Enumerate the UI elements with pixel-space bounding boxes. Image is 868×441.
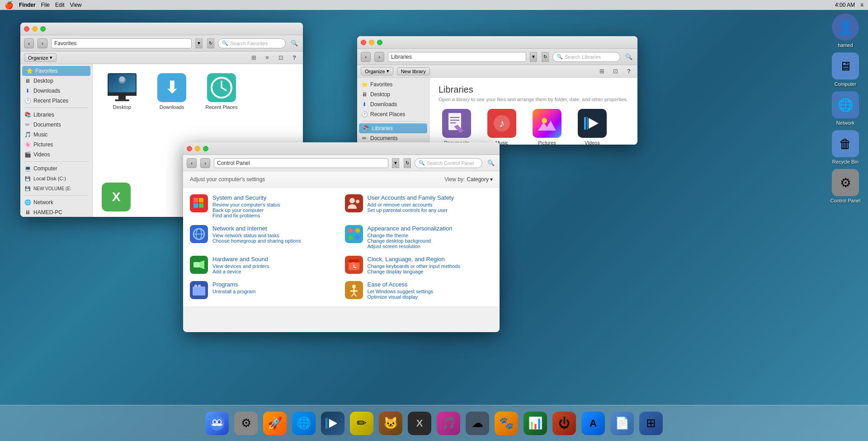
libraries-organize-btn[interactable]: Organize ▾ [361,67,393,75]
lib-icon-music[interactable]: ♪ Music [484,109,520,145]
cp-link-bg[interactable]: Change desktop background [368,238,493,244]
file-icon-recent[interactable]: Recent Places [201,73,242,110]
cp-title-user-accounts[interactable]: User Accounts and Family Safety [368,194,493,201]
cp-link-resolution[interactable]: Adjust screen resolution [368,244,493,249]
dock-item-launchpad[interactable]: 🚀 [262,410,288,436]
cp-item-appearance[interactable]: Appearance and Personalization Change th… [345,225,493,249]
favorites-forward-btn[interactable]: › [38,38,47,48]
sidebar-item-local-disk[interactable]: 💾 Local Disk (C:) [20,174,92,183]
lib-sidebar-desktop[interactable]: 🖥 Desktop [357,89,429,99]
libraries-view-icon2[interactable]: ⊡ [610,66,620,76]
desktop-icon-recycle-bin[interactable]: 🗑 Recycle Bin [827,130,863,164]
dock-item-app9[interactable]: 🐾 [493,410,519,436]
dock-item-cloud[interactable]: ☁ [464,410,491,436]
cp-path-refresh[interactable]: ↻ [404,158,411,168]
libraries-forward-btn[interactable]: › [374,52,384,62]
lib-icon-videos[interactable]: Videos [574,109,610,145]
favorites-organize-btn[interactable]: Organize ▾ [24,53,57,62]
lib-sidebar-favorites[interactable]: ⭐ Favorites [357,80,429,89]
desktop-icon-computer[interactable]: 🖥 Computer [827,52,863,87]
sidebar-item-new-volume[interactable]: 💾 NEW VOLUME (E: [20,183,92,193]
lib-icon-documents[interactable]: Documents [439,109,475,145]
xl-icon[interactable]: X [102,183,131,211]
menu-item-edit[interactable]: Edit [55,2,65,8]
dock-item-notes[interactable]: ✏ [349,410,375,436]
favorites-view-icon3[interactable]: ⊡ [276,53,286,63]
cp-minimize-btn[interactable] [195,146,200,151]
cp-search-bar[interactable]: 🔍 Search Control Panel [415,158,482,168]
favorites-view-icon2[interactable]: ≡ [262,53,272,63]
dock-item-finder[interactable] [204,410,230,436]
sidebar-item-desktop[interactable]: 🖥 Desktop [20,76,92,86]
dock-item-xld[interactable]: X [406,410,433,436]
dock-item-itunes[interactable]: 🎵 [435,410,462,436]
libraries-close-btn[interactable] [361,40,366,45]
cp-link-fix[interactable]: Back up your computer [212,207,338,213]
cp-link-network-status[interactable]: View network status and tasks [212,233,338,238]
cp-item-ease-of-access[interactable]: Ease of Access Let Windows suggest setti… [345,281,493,300]
cp-title-system-security[interactable]: System and Security [212,194,338,201]
apple-menu-icon[interactable]: 🍎 [5,1,14,9]
cp-item-network-internet[interactable]: Network and Internet View network status… [190,225,338,249]
dock-item-app10[interactable]: 📊 [522,410,548,436]
lib-sidebar-libraries[interactable]: 📚 Libraries [359,123,427,133]
dock-item-scratch[interactable]: 🐱 [377,410,404,436]
sidebar-item-videos[interactable]: 🎬 Videos [20,150,92,160]
libraries-search-submit[interactable]: 🔍 [624,52,634,62]
menu-item-view[interactable]: View [70,2,82,8]
favorites-back-btn[interactable]: ‹ [24,38,34,48]
libraries-maximize-btn[interactable] [377,40,382,45]
sidebar-item-pictures[interactable]: 🌸 Pictures [20,140,92,150]
desktop-icon-network[interactable]: 🌐 Network [827,91,863,126]
cp-item-user-accounts[interactable]: User Accounts and Family Safety Add or r… [345,194,493,218]
libraries-new-library-btn[interactable]: New library [397,67,430,75]
cp-maximize-btn[interactable] [203,146,208,151]
cp-link-windows-suggest[interactable]: Let Windows suggest settings [368,289,493,294]
lib-sidebar-documents[interactable]: ✏ Documents [357,133,429,143]
favorites-help-btn[interactable]: ? [289,53,299,63]
cp-path-dropdown[interactable]: ▼ [392,158,399,168]
cp-link-parental[interactable]: Set up parental controls for any user [368,207,493,213]
finder-menu[interactable]: Finder [19,2,36,8]
sidebar-item-documents[interactable]: ✏ Documents [20,120,92,130]
sidebar-item-network[interactable]: 🌐 Network [20,197,92,207]
lib-sidebar-downloads[interactable]: ⬇ Downloads [357,99,429,109]
cp-category-btn[interactable]: Category ▾ [467,176,493,183]
cp-back-btn[interactable]: ‹ [187,158,197,168]
cp-title-appearance[interactable]: Appearance and Personalization [368,225,493,232]
cp-title-hardware-sound[interactable]: Hardware and Sound [212,256,338,263]
sidebar-item-favorites[interactable]: ⭐ Favorites [22,66,90,76]
cp-link-fix2[interactable]: Find and fix problems [212,213,338,218]
favorites-close-btn[interactable] [24,26,29,32]
cp-link-theme[interactable]: Change the theme [368,233,493,238]
dock-item-system-prefs[interactable]: ⚙ [233,410,259,436]
cp-link-add-user[interactable]: Add or remove user accounts [368,202,493,207]
cp-link-visual[interactable]: Optimize visual display [368,294,493,300]
favorites-minimize-btn[interactable] [32,26,38,32]
libraries-search-bar[interactable]: 🔍 Search Libraries [552,52,620,62]
cp-item-hardware-sound[interactable]: Hardware and Sound View devices and prin… [190,256,338,274]
cp-link-add-device[interactable]: Add a device [212,269,338,274]
cp-link-uninstall[interactable]: Uninstall a program [212,289,338,294]
cp-close-btn[interactable] [187,146,192,151]
sidebar-item-libraries[interactable]: 📚 Libraries [20,110,92,120]
favorites-path-refresh[interactable]: ↻ [207,38,214,48]
favorites-view-icon1[interactable]: ⊞ [249,53,259,63]
cp-search-submit[interactable]: 🔍 [486,158,496,168]
sidebar-item-hamed-pc[interactable]: 🖥 HAMED-PC [20,207,92,217]
cp-item-clock-language[interactable]: 17 Clock, Language, and Region Change ke… [345,256,493,274]
cp-title-clock-language[interactable]: Clock, Language, and Region [368,256,493,263]
desktop-icon-hamed[interactable]: 👤 hamed [827,14,863,48]
cp-forward-btn[interactable]: › [200,158,210,168]
cp-title-programs[interactable]: Programs [212,281,338,288]
cp-item-system-security[interactable]: System and Security Review your computer… [190,194,338,218]
dock-item-imovie[interactable] [320,410,346,436]
dock-item-app11[interactable]: ⏻ [551,410,577,436]
lib-icon-pictures[interactable]: Pictures [529,109,565,145]
cp-item-programs[interactable]: Programs Uninstall a program [190,281,338,300]
cp-link-devices[interactable]: View devices and printers [212,263,338,269]
cp-link-homegroup[interactable]: Choose homegroup and sharing options [212,238,338,244]
libraries-minimize-btn[interactable] [369,40,374,45]
menu-item-file[interactable]: File [41,2,50,8]
cp-title-network-internet[interactable]: Network and Internet [212,225,338,232]
